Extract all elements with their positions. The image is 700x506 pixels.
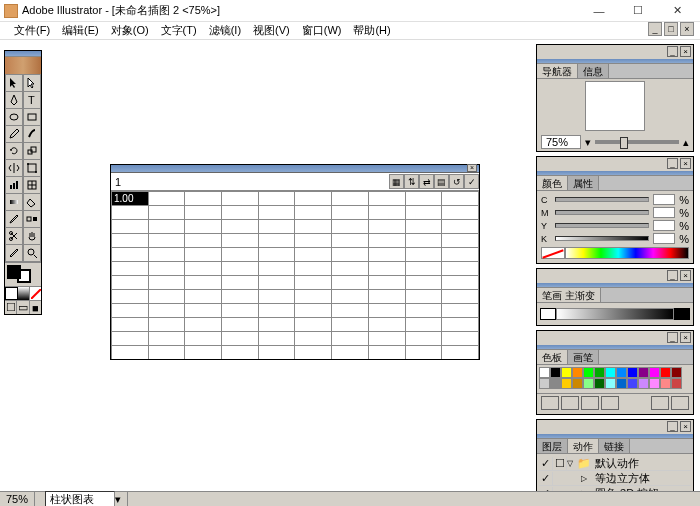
data-cell[interactable] [258, 290, 295, 304]
navigator-drag-handle[interactable] [537, 59, 693, 64]
tab-color[interactable]: 颜色 [537, 176, 568, 190]
status-tool-dropdown[interactable]: 柱状图表 [45, 491, 115, 507]
data-cell[interactable] [258, 276, 295, 290]
spectrum-bar[interactable] [565, 247, 689, 259]
tab-attributes[interactable]: 属性 [568, 176, 599, 190]
swatch-cell[interactable] [550, 378, 561, 389]
data-cell[interactable] [405, 332, 442, 346]
menu-help[interactable]: 帮助(H) [347, 22, 396, 39]
actions-drag-handle[interactable] [537, 434, 693, 439]
minimize-button[interactable]: — [580, 1, 618, 21]
data-cell[interactable] [405, 248, 442, 262]
brush-tool[interactable] [23, 126, 41, 143]
menu-file[interactable]: 文件(F) [8, 22, 56, 39]
data-cell[interactable] [332, 304, 369, 318]
ellipse-tool[interactable] [5, 109, 23, 126]
data-cell[interactable] [185, 346, 222, 360]
fill-stroke-swatch[interactable] [5, 262, 41, 286]
swatches-drag-handle[interactable] [537, 345, 693, 350]
data-cell[interactable] [405, 318, 442, 332]
screen-std-button[interactable]: ☐ [5, 301, 17, 314]
data-cell[interactable] [405, 262, 442, 276]
data-cell[interactable] [295, 304, 332, 318]
y-input[interactable] [653, 220, 675, 231]
tab-navigator[interactable]: 导航器 [537, 64, 578, 78]
data-cell[interactable] [442, 304, 479, 318]
data-cell[interactable] [368, 318, 405, 332]
data-cell[interactable] [222, 276, 259, 290]
swatch-cell[interactable] [616, 378, 627, 389]
apply-icon[interactable]: ✓ [464, 174, 479, 189]
data-cell[interactable] [222, 346, 259, 360]
tab-layers[interactable]: 图层 [537, 439, 568, 453]
data-cell[interactable] [148, 262, 185, 276]
stroke-start-swatch[interactable] [540, 308, 556, 320]
data-cell[interactable] [185, 276, 222, 290]
swatch-cell[interactable] [594, 367, 605, 378]
panel-collapse-button[interactable]: _ [667, 46, 678, 57]
data-cell[interactable] [112, 220, 149, 234]
data-cell[interactable] [368, 192, 405, 206]
data-cell[interactable] [368, 220, 405, 234]
swatch-cell[interactable] [649, 367, 660, 378]
data-cell[interactable] [405, 234, 442, 248]
data-cell[interactable] [112, 234, 149, 248]
delete-swatch-button[interactable] [671, 396, 689, 410]
data-cell[interactable]: 1.00 [112, 192, 149, 206]
import-icon[interactable]: ▦ [389, 174, 404, 189]
swatch-btn-1[interactable] [541, 396, 559, 410]
data-cell[interactable] [295, 262, 332, 276]
panel-close-button[interactable]: × [680, 270, 691, 281]
graph-data-grid[interactable]: 1.00 [111, 191, 479, 359]
data-cell[interactable] [185, 290, 222, 304]
zoom-in-icon[interactable]: ▴ [683, 136, 689, 149]
data-cell[interactable] [295, 248, 332, 262]
data-cell[interactable] [295, 276, 332, 290]
data-cell[interactable] [258, 248, 295, 262]
data-cell[interactable] [148, 248, 185, 262]
swatch-cell[interactable] [583, 378, 594, 389]
data-cell[interactable] [442, 192, 479, 206]
cell-entry-input[interactable] [111, 175, 389, 189]
direct-select-tool[interactable] [23, 75, 41, 92]
data-cell[interactable] [332, 206, 369, 220]
data-cell[interactable] [112, 346, 149, 360]
data-cell[interactable] [442, 276, 479, 290]
data-cell[interactable] [368, 206, 405, 220]
screen-full-button[interactable]: ■ [30, 301, 41, 314]
switch-xy-icon[interactable]: ⇄ [419, 174, 434, 189]
data-cell[interactable] [222, 262, 259, 276]
panel-close-button[interactable]: × [680, 46, 691, 57]
mdi-min-button[interactable]: _ [648, 22, 662, 36]
swatch-cell[interactable] [671, 367, 682, 378]
data-cell[interactable] [222, 192, 259, 206]
rectangle-tool[interactable] [23, 109, 41, 126]
screen-full-menu-button[interactable]: ▭ [17, 301, 29, 314]
data-cell[interactable] [332, 290, 369, 304]
scale-tool[interactable] [23, 143, 41, 160]
k-input[interactable] [653, 233, 675, 244]
data-cell[interactable] [332, 248, 369, 262]
menu-edit[interactable]: 编辑(E) [56, 22, 105, 39]
data-cell[interactable] [405, 276, 442, 290]
data-cell[interactable] [258, 234, 295, 248]
swatch-cell[interactable] [671, 378, 682, 389]
swatch-cell[interactable] [539, 367, 550, 378]
data-cell[interactable] [258, 262, 295, 276]
data-cell[interactable] [368, 248, 405, 262]
data-cell[interactable] [222, 304, 259, 318]
gradient-mesh-tool[interactable] [23, 177, 41, 194]
data-cell[interactable] [112, 248, 149, 262]
data-cell[interactable] [222, 290, 259, 304]
graph-data-drag-handle[interactable]: × [111, 165, 479, 173]
menu-type[interactable]: 文字(T) [155, 22, 203, 39]
menu-filter[interactable]: 滤镜(I) [203, 22, 247, 39]
data-cell[interactable] [148, 290, 185, 304]
data-cell[interactable] [368, 304, 405, 318]
panel-collapse-button[interactable]: _ [667, 332, 678, 343]
measure-tool[interactable] [5, 245, 23, 262]
data-cell[interactable] [295, 332, 332, 346]
m-input[interactable] [653, 207, 675, 218]
data-cell[interactable] [185, 220, 222, 234]
data-cell[interactable] [442, 332, 479, 346]
